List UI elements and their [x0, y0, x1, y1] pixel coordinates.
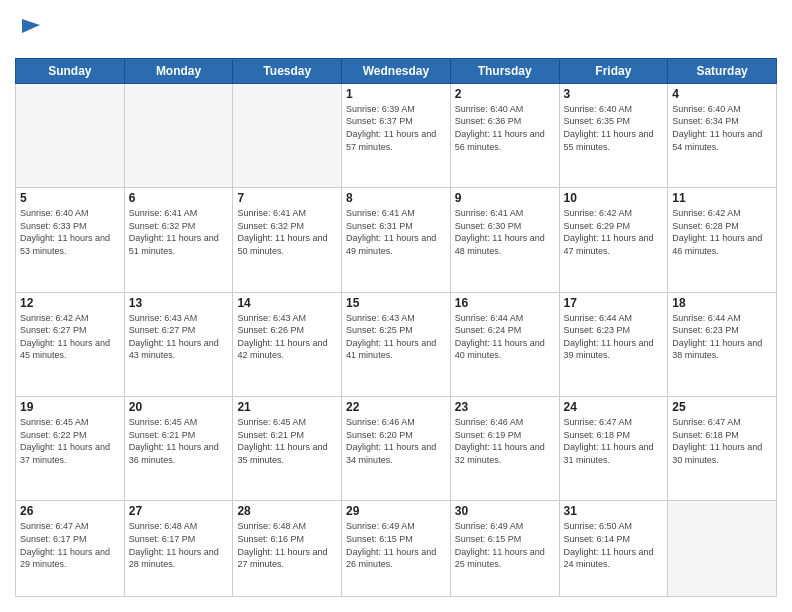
day-number: 20 — [129, 400, 229, 414]
day-info: Sunrise: 6:47 AMSunset: 6:18 PMDaylight:… — [672, 416, 772, 466]
day-of-week-sunday: Sunday — [16, 58, 125, 83]
logo-flag-icon — [18, 15, 46, 43]
calendar-cell — [16, 83, 125, 187]
calendar-cell: 9Sunrise: 6:41 AMSunset: 6:30 PMDaylight… — [450, 188, 559, 292]
day-info: Sunrise: 6:48 AMSunset: 6:16 PMDaylight:… — [237, 520, 337, 570]
calendar-cell: 3Sunrise: 6:40 AMSunset: 6:35 PMDaylight… — [559, 83, 668, 187]
calendar-cell: 20Sunrise: 6:45 AMSunset: 6:21 PMDayligh… — [124, 397, 233, 501]
day-info: Sunrise: 6:44 AMSunset: 6:23 PMDaylight:… — [672, 312, 772, 362]
calendar-cell: 22Sunrise: 6:46 AMSunset: 6:20 PMDayligh… — [342, 397, 451, 501]
day-number: 16 — [455, 296, 555, 310]
day-number: 7 — [237, 191, 337, 205]
calendar-cell: 7Sunrise: 6:41 AMSunset: 6:32 PMDaylight… — [233, 188, 342, 292]
calendar-cell: 8Sunrise: 6:41 AMSunset: 6:31 PMDaylight… — [342, 188, 451, 292]
calendar-cell: 21Sunrise: 6:45 AMSunset: 6:21 PMDayligh… — [233, 397, 342, 501]
day-number: 22 — [346, 400, 446, 414]
calendar-cell: 19Sunrise: 6:45 AMSunset: 6:22 PMDayligh… — [16, 397, 125, 501]
calendar-week-row: 19Sunrise: 6:45 AMSunset: 6:22 PMDayligh… — [16, 397, 777, 501]
calendar-cell: 25Sunrise: 6:47 AMSunset: 6:18 PMDayligh… — [668, 397, 777, 501]
day-of-week-saturday: Saturday — [668, 58, 777, 83]
day-info: Sunrise: 6:40 AMSunset: 6:36 PMDaylight:… — [455, 103, 555, 153]
calendar-cell — [233, 83, 342, 187]
day-info: Sunrise: 6:40 AMSunset: 6:33 PMDaylight:… — [20, 207, 120, 257]
logo — [15, 15, 46, 48]
day-number: 13 — [129, 296, 229, 310]
calendar-header-row: SundayMondayTuesdayWednesdayThursdayFrid… — [16, 58, 777, 83]
day-number: 28 — [237, 504, 337, 518]
day-number: 19 — [20, 400, 120, 414]
day-number: 2 — [455, 87, 555, 101]
day-number: 26 — [20, 504, 120, 518]
day-info: Sunrise: 6:41 AMSunset: 6:30 PMDaylight:… — [455, 207, 555, 257]
calendar-cell: 6Sunrise: 6:41 AMSunset: 6:32 PMDaylight… — [124, 188, 233, 292]
day-info: Sunrise: 6:40 AMSunset: 6:34 PMDaylight:… — [672, 103, 772, 153]
day-info: Sunrise: 6:43 AMSunset: 6:26 PMDaylight:… — [237, 312, 337, 362]
day-number: 30 — [455, 504, 555, 518]
day-info: Sunrise: 6:45 AMSunset: 6:21 PMDaylight:… — [237, 416, 337, 466]
day-number: 8 — [346, 191, 446, 205]
day-number: 1 — [346, 87, 446, 101]
calendar-cell: 14Sunrise: 6:43 AMSunset: 6:26 PMDayligh… — [233, 292, 342, 396]
day-number: 29 — [346, 504, 446, 518]
day-of-week-thursday: Thursday — [450, 58, 559, 83]
day-of-week-monday: Monday — [124, 58, 233, 83]
calendar-cell: 18Sunrise: 6:44 AMSunset: 6:23 PMDayligh… — [668, 292, 777, 396]
calendar-week-row: 12Sunrise: 6:42 AMSunset: 6:27 PMDayligh… — [16, 292, 777, 396]
day-number: 11 — [672, 191, 772, 205]
page: SundayMondayTuesdayWednesdayThursdayFrid… — [0, 0, 792, 612]
day-info: Sunrise: 6:41 AMSunset: 6:32 PMDaylight:… — [129, 207, 229, 257]
calendar-cell: 13Sunrise: 6:43 AMSunset: 6:27 PMDayligh… — [124, 292, 233, 396]
calendar-cell — [124, 83, 233, 187]
calendar-cell: 31Sunrise: 6:50 AMSunset: 6:14 PMDayligh… — [559, 501, 668, 597]
day-number: 10 — [564, 191, 664, 205]
calendar-week-row: 26Sunrise: 6:47 AMSunset: 6:17 PMDayligh… — [16, 501, 777, 597]
calendar-cell: 12Sunrise: 6:42 AMSunset: 6:27 PMDayligh… — [16, 292, 125, 396]
day-number: 24 — [564, 400, 664, 414]
day-number: 31 — [564, 504, 664, 518]
day-info: Sunrise: 6:43 AMSunset: 6:27 PMDaylight:… — [129, 312, 229, 362]
day-number: 15 — [346, 296, 446, 310]
day-info: Sunrise: 6:45 AMSunset: 6:22 PMDaylight:… — [20, 416, 120, 466]
day-info: Sunrise: 6:49 AMSunset: 6:15 PMDaylight:… — [455, 520, 555, 570]
calendar-cell: 23Sunrise: 6:46 AMSunset: 6:19 PMDayligh… — [450, 397, 559, 501]
calendar-cell: 1Sunrise: 6:39 AMSunset: 6:37 PMDaylight… — [342, 83, 451, 187]
day-info: Sunrise: 6:46 AMSunset: 6:19 PMDaylight:… — [455, 416, 555, 466]
day-info: Sunrise: 6:48 AMSunset: 6:17 PMDaylight:… — [129, 520, 229, 570]
calendar-cell: 16Sunrise: 6:44 AMSunset: 6:24 PMDayligh… — [450, 292, 559, 396]
calendar-cell: 29Sunrise: 6:49 AMSunset: 6:15 PMDayligh… — [342, 501, 451, 597]
day-number: 23 — [455, 400, 555, 414]
day-number: 21 — [237, 400, 337, 414]
day-info: Sunrise: 6:49 AMSunset: 6:15 PMDaylight:… — [346, 520, 446, 570]
calendar-cell: 26Sunrise: 6:47 AMSunset: 6:17 PMDayligh… — [16, 501, 125, 597]
day-of-week-tuesday: Tuesday — [233, 58, 342, 83]
calendar-cell: 10Sunrise: 6:42 AMSunset: 6:29 PMDayligh… — [559, 188, 668, 292]
header — [15, 15, 777, 48]
day-number: 12 — [20, 296, 120, 310]
calendar-cell: 28Sunrise: 6:48 AMSunset: 6:16 PMDayligh… — [233, 501, 342, 597]
calendar-week-row: 1Sunrise: 6:39 AMSunset: 6:37 PMDaylight… — [16, 83, 777, 187]
day-number: 18 — [672, 296, 772, 310]
svg-marker-0 — [22, 19, 40, 33]
day-info: Sunrise: 6:47 AMSunset: 6:18 PMDaylight:… — [564, 416, 664, 466]
day-info: Sunrise: 6:47 AMSunset: 6:17 PMDaylight:… — [20, 520, 120, 570]
calendar-cell: 27Sunrise: 6:48 AMSunset: 6:17 PMDayligh… — [124, 501, 233, 597]
day-of-week-friday: Friday — [559, 58, 668, 83]
day-info: Sunrise: 6:46 AMSunset: 6:20 PMDaylight:… — [346, 416, 446, 466]
calendar-cell: 5Sunrise: 6:40 AMSunset: 6:33 PMDaylight… — [16, 188, 125, 292]
calendar-week-row: 5Sunrise: 6:40 AMSunset: 6:33 PMDaylight… — [16, 188, 777, 292]
day-number: 17 — [564, 296, 664, 310]
day-number: 4 — [672, 87, 772, 101]
day-info: Sunrise: 6:41 AMSunset: 6:32 PMDaylight:… — [237, 207, 337, 257]
day-number: 3 — [564, 87, 664, 101]
calendar-cell: 17Sunrise: 6:44 AMSunset: 6:23 PMDayligh… — [559, 292, 668, 396]
day-info: Sunrise: 6:42 AMSunset: 6:28 PMDaylight:… — [672, 207, 772, 257]
day-info: Sunrise: 6:40 AMSunset: 6:35 PMDaylight:… — [564, 103, 664, 153]
day-info: Sunrise: 6:44 AMSunset: 6:23 PMDaylight:… — [564, 312, 664, 362]
day-number: 14 — [237, 296, 337, 310]
day-info: Sunrise: 6:45 AMSunset: 6:21 PMDaylight:… — [129, 416, 229, 466]
day-of-week-wednesday: Wednesday — [342, 58, 451, 83]
calendar-cell: 24Sunrise: 6:47 AMSunset: 6:18 PMDayligh… — [559, 397, 668, 501]
calendar-table: SundayMondayTuesdayWednesdayThursdayFrid… — [15, 58, 777, 597]
day-info: Sunrise: 6:44 AMSunset: 6:24 PMDaylight:… — [455, 312, 555, 362]
calendar-cell: 4Sunrise: 6:40 AMSunset: 6:34 PMDaylight… — [668, 83, 777, 187]
